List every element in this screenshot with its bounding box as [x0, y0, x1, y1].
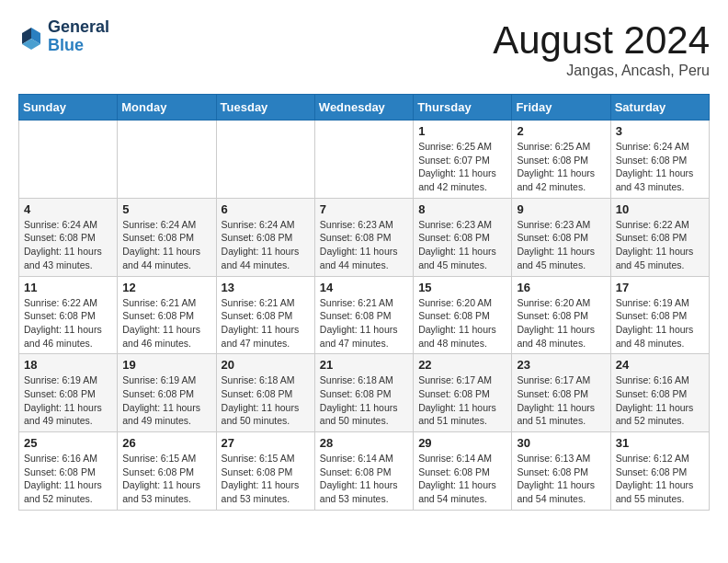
- logo: General Blue: [18, 18, 109, 55]
- calendar-table: SundayMondayTuesdayWednesdayThursdayFrid…: [18, 94, 710, 511]
- calendar-title: August 2024: [493, 18, 710, 63]
- day-info: Sunrise: 6:18 AM Sunset: 6:08 PM Dayligh…: [222, 373, 310, 428]
- day-number: 3: [616, 124, 704, 138]
- day-number: 19: [122, 358, 210, 372]
- weekday-header: Wednesday: [314, 95, 413, 121]
- calendar-cell: 17Sunrise: 6:19 AM Sunset: 6:08 PM Dayli…: [610, 276, 709, 354]
- day-info: Sunrise: 6:24 AM Sunset: 6:08 PM Dayligh…: [122, 218, 210, 272]
- calendar-cell: 24Sunrise: 6:16 AM Sunset: 6:08 PM Dayli…: [610, 354, 709, 432]
- day-info: Sunrise: 6:23 AM Sunset: 6:08 PM Dayligh…: [517, 218, 605, 272]
- calendar-cell: [216, 121, 314, 199]
- day-number: 28: [320, 436, 408, 450]
- day-number: 15: [418, 281, 506, 294]
- calendar-cell: [118, 121, 216, 199]
- day-info: Sunrise: 6:20 AM Sunset: 6:08 PM Dayligh…: [418, 296, 506, 350]
- calendar-week-row: 1Sunrise: 6:25 AM Sunset: 6:07 PM Daylig…: [19, 121, 710, 199]
- day-number: 10: [616, 202, 704, 216]
- weekday-header: Saturday: [610, 95, 709, 121]
- day-info: Sunrise: 6:16 AM Sunset: 6:08 PM Dayligh…: [616, 373, 704, 428]
- day-info: Sunrise: 6:20 AM Sunset: 6:08 PM Dayligh…: [517, 296, 605, 350]
- calendar-cell: 26Sunrise: 6:15 AM Sunset: 6:08 PM Dayli…: [118, 432, 216, 511]
- calendar-cell: 4Sunrise: 6:24 AM Sunset: 6:08 PM Daylig…: [19, 198, 118, 276]
- logo-line1: General: [48, 18, 109, 37]
- calendar-cell: 11Sunrise: 6:22 AM Sunset: 6:08 PM Dayli…: [19, 276, 118, 354]
- calendar-week-row: 25Sunrise: 6:16 AM Sunset: 6:08 PM Dayli…: [19, 432, 710, 511]
- day-info: Sunrise: 6:15 AM Sunset: 6:08 PM Dayligh…: [222, 452, 310, 506]
- calendar-subtitle: Jangas, Ancash, Peru: [493, 63, 710, 79]
- calendar-cell: [314, 121, 413, 199]
- day-info: Sunrise: 6:22 AM Sunset: 6:08 PM Dayligh…: [616, 218, 704, 272]
- day-number: 25: [24, 436, 112, 450]
- calendar-cell: 22Sunrise: 6:17 AM Sunset: 6:08 PM Dayli…: [414, 354, 512, 432]
- day-number: 7: [320, 202, 408, 216]
- day-info: Sunrise: 6:14 AM Sunset: 6:08 PM Dayligh…: [320, 452, 408, 506]
- calendar-cell: 29Sunrise: 6:14 AM Sunset: 6:08 PM Dayli…: [414, 432, 512, 511]
- calendar-cell: 16Sunrise: 6:20 AM Sunset: 6:08 PM Dayli…: [512, 276, 610, 354]
- day-info: Sunrise: 6:15 AM Sunset: 6:08 PM Dayligh…: [122, 452, 210, 506]
- day-info: Sunrise: 6:23 AM Sunset: 6:08 PM Dayligh…: [320, 218, 408, 272]
- calendar-cell: 30Sunrise: 6:13 AM Sunset: 6:08 PM Dayli…: [512, 432, 610, 511]
- calendar-cell: [19, 121, 118, 199]
- weekday-header: Monday: [118, 95, 216, 121]
- day-info: Sunrise: 6:23 AM Sunset: 6:08 PM Dayligh…: [418, 218, 506, 272]
- weekday-header-row: SundayMondayTuesdayWednesdayThursdayFrid…: [19, 95, 710, 121]
- calendar-cell: 27Sunrise: 6:15 AM Sunset: 6:08 PM Dayli…: [216, 432, 314, 511]
- day-number: 20: [222, 358, 310, 372]
- day-number: 29: [418, 436, 506, 450]
- day-number: 21: [320, 358, 408, 372]
- day-info: Sunrise: 6:13 AM Sunset: 6:08 PM Dayligh…: [517, 452, 605, 506]
- logo-icon: [18, 24, 44, 50]
- calendar-week-row: 18Sunrise: 6:19 AM Sunset: 6:08 PM Dayli…: [19, 354, 710, 432]
- calendar-cell: 18Sunrise: 6:19 AM Sunset: 6:08 PM Dayli…: [19, 354, 118, 432]
- day-number: 2: [517, 124, 605, 138]
- calendar-cell: 8Sunrise: 6:23 AM Sunset: 6:08 PM Daylig…: [414, 198, 512, 276]
- day-info: Sunrise: 6:25 AM Sunset: 6:07 PM Dayligh…: [418, 140, 506, 194]
- calendar-cell: 13Sunrise: 6:21 AM Sunset: 6:08 PM Dayli…: [216, 276, 314, 354]
- calendar-cell: 5Sunrise: 6:24 AM Sunset: 6:08 PM Daylig…: [118, 198, 216, 276]
- day-info: Sunrise: 6:19 AM Sunset: 6:08 PM Dayligh…: [122, 373, 210, 428]
- day-info: Sunrise: 6:17 AM Sunset: 6:08 PM Dayligh…: [418, 373, 506, 428]
- day-number: 16: [517, 281, 605, 294]
- day-number: 5: [122, 202, 210, 216]
- day-number: 12: [122, 281, 210, 294]
- weekday-header: Tuesday: [216, 95, 314, 121]
- calendar-cell: 23Sunrise: 6:17 AM Sunset: 6:08 PM Dayli…: [512, 354, 610, 432]
- day-info: Sunrise: 6:24 AM Sunset: 6:08 PM Dayligh…: [616, 140, 704, 194]
- day-number: 6: [222, 202, 310, 216]
- calendar-cell: 10Sunrise: 6:22 AM Sunset: 6:08 PM Dayli…: [610, 198, 709, 276]
- calendar-cell: 31Sunrise: 6:12 AM Sunset: 6:08 PM Dayli…: [610, 432, 709, 511]
- day-number: 9: [517, 202, 605, 216]
- calendar-cell: 20Sunrise: 6:18 AM Sunset: 6:08 PM Dayli…: [216, 354, 314, 432]
- logo-line2: Blue: [48, 37, 109, 55]
- day-info: Sunrise: 6:19 AM Sunset: 6:08 PM Dayligh…: [616, 296, 704, 350]
- day-info: Sunrise: 6:18 AM Sunset: 6:08 PM Dayligh…: [320, 373, 408, 428]
- calendar-cell: 25Sunrise: 6:16 AM Sunset: 6:08 PM Dayli…: [19, 432, 118, 511]
- calendar-cell: 28Sunrise: 6:14 AM Sunset: 6:08 PM Dayli…: [314, 432, 413, 511]
- day-info: Sunrise: 6:21 AM Sunset: 6:08 PM Dayligh…: [320, 296, 408, 350]
- day-number: 1: [418, 124, 506, 138]
- day-number: 24: [616, 358, 704, 372]
- calendar-cell: 19Sunrise: 6:19 AM Sunset: 6:08 PM Dayli…: [118, 354, 216, 432]
- day-number: 14: [320, 281, 408, 294]
- day-number: 4: [24, 202, 112, 216]
- day-number: 8: [418, 202, 506, 216]
- calendar-cell: 6Sunrise: 6:24 AM Sunset: 6:08 PM Daylig…: [216, 198, 314, 276]
- weekday-header: Friday: [512, 95, 610, 121]
- day-number: 18: [24, 358, 112, 372]
- day-number: 13: [222, 281, 310, 294]
- day-info: Sunrise: 6:12 AM Sunset: 6:08 PM Dayligh…: [616, 452, 704, 506]
- day-number: 22: [418, 358, 506, 372]
- title-area: August 2024 Jangas, Ancash, Peru: [493, 18, 710, 79]
- day-number: 26: [122, 436, 210, 450]
- day-info: Sunrise: 6:21 AM Sunset: 6:08 PM Dayligh…: [222, 296, 310, 350]
- calendar-cell: 1Sunrise: 6:25 AM Sunset: 6:07 PM Daylig…: [414, 121, 512, 199]
- calendar-cell: 15Sunrise: 6:20 AM Sunset: 6:08 PM Dayli…: [414, 276, 512, 354]
- day-info: Sunrise: 6:14 AM Sunset: 6:08 PM Dayligh…: [418, 452, 506, 506]
- calendar-cell: 2Sunrise: 6:25 AM Sunset: 6:08 PM Daylig…: [512, 121, 610, 199]
- day-info: Sunrise: 6:24 AM Sunset: 6:08 PM Dayligh…: [222, 218, 310, 272]
- day-info: Sunrise: 6:17 AM Sunset: 6:08 PM Dayligh…: [517, 373, 605, 428]
- weekday-header: Sunday: [19, 95, 118, 121]
- calendar-cell: 7Sunrise: 6:23 AM Sunset: 6:08 PM Daylig…: [314, 198, 413, 276]
- day-number: 11: [24, 281, 112, 294]
- day-number: 17: [616, 281, 704, 294]
